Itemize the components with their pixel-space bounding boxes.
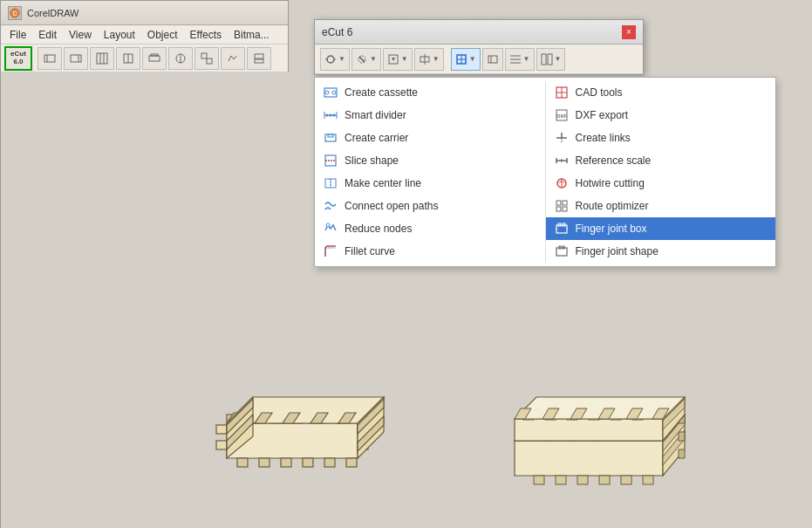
menu-finger-joint-shape[interactable]: Finger joint shape	[546, 240, 776, 263]
menu-edit[interactable]: Edit	[33, 27, 62, 43]
coreldraw-app-icon: C	[8, 6, 22, 20]
fillet-curve-label: Fillet curve	[345, 245, 395, 257]
svg-marker-127	[679, 432, 685, 441]
dropdown-arrow-8: ▼	[555, 55, 562, 63]
toolbar-btn-8[interactable]	[221, 47, 245, 70]
svg-line-24	[359, 57, 365, 62]
svg-text:C: C	[12, 10, 17, 17]
svg-marker-26	[392, 58, 395, 61]
menu-object[interactable]: Object	[142, 27, 183, 43]
cad-tools-icon	[555, 86, 569, 99]
svg-rect-90	[281, 458, 291, 467]
svg-rect-91	[303, 458, 313, 467]
menu-view[interactable]: View	[64, 27, 97, 43]
create-carrier-label: Create carrier	[345, 132, 408, 144]
dxf-export-label: DXF export	[576, 109, 629, 121]
ecut-tool-8[interactable]: ▼	[536, 48, 566, 71]
svg-rect-89	[259, 458, 270, 467]
menu-make-center-line[interactable]: Make center line	[315, 172, 545, 195]
ecut-window-title: eCut 6	[322, 26, 352, 38]
svg-rect-70	[563, 201, 567, 205]
menu-create-cassette[interactable]: Create cassette	[315, 81, 545, 104]
ecut-close-button[interactable]: ×	[622, 25, 636, 39]
ecut-tool-4[interactable]: ▼	[414, 48, 444, 71]
ecut-tool-3[interactable]: ▼	[383, 48, 413, 71]
ecut-tool-7[interactable]: ▼	[505, 48, 535, 71]
svg-rect-49	[328, 134, 333, 137]
toolbar-btn-7[interactable]	[194, 47, 219, 70]
svg-rect-2	[44, 55, 55, 62]
menu-finger-joint-box[interactable]: Finger joint box	[546, 217, 776, 240]
svg-rect-94	[216, 425, 227, 434]
cad-tools-label: CAD tools	[576, 86, 623, 99]
menu-layout[interactable]: Layout	[99, 27, 140, 43]
menu-slice-shape[interactable]: Slice shape	[315, 149, 545, 172]
dropdown-arrow-7: ▼	[523, 55, 530, 63]
svg-point-20	[327, 56, 334, 63]
create-cassette-icon	[324, 86, 338, 99]
svg-rect-95	[216, 441, 227, 449]
menu-connect-open-paths[interactable]: Connect open paths	[315, 195, 545, 217]
menu-reduce-nodes[interactable]: Reduce nodes	[315, 217, 545, 240]
svg-point-40	[325, 91, 329, 94]
toolbar-btn-5[interactable]	[142, 47, 167, 70]
svg-text:DXF: DXF	[556, 113, 567, 119]
menu-dxf-export[interactable]: DXF DXF export	[546, 104, 776, 127]
reduce-nodes-label: Reduce nodes	[345, 223, 412, 235]
svg-rect-69	[556, 201, 561, 205]
svg-point-43	[326, 114, 329, 117]
menu-cad-tools[interactable]: CAD tools	[546, 81, 776, 104]
reference-scale-label: Reference scale	[576, 154, 652, 167]
hotwire-cutting-icon	[555, 176, 569, 190]
dropdown-arrow-4: ▼	[433, 55, 440, 63]
svg-rect-15	[201, 53, 207, 58]
reduce-nodes-icon	[324, 222, 338, 236]
svg-rect-12	[151, 54, 158, 56]
menu-fillet-curve[interactable]: Fillet curve	[315, 240, 545, 263]
menu-smart-divider[interactable]: Smart divider	[315, 104, 545, 127]
svg-rect-117	[534, 476, 544, 484]
menu-route-optimizer[interactable]: Route optimizer	[546, 195, 776, 217]
svg-rect-32	[488, 56, 497, 63]
ecut-toolbar-button[interactable]: eCut 6.0	[4, 46, 32, 71]
toolbar-btn-2[interactable]	[64, 47, 88, 70]
toolbar-btn-3[interactable]	[90, 47, 114, 70]
svg-rect-17	[255, 54, 263, 58]
menu-create-carrier[interactable]: Create carrier	[315, 127, 545, 149]
slice-shape-label: Slice shape	[345, 154, 399, 167]
menu-effects[interactable]: Effects	[185, 27, 227, 43]
finger-joint-shape-icon	[555, 244, 569, 258]
menu-create-links[interactable]: Create links	[546, 127, 776, 149]
svg-rect-78	[556, 248, 567, 256]
svg-marker-128	[679, 449, 685, 458]
svg-point-41	[332, 91, 336, 94]
menu-file[interactable]: File	[4, 27, 31, 43]
svg-rect-4	[71, 55, 81, 62]
ecut-tool-2[interactable]: ▼	[351, 48, 381, 71]
ecut-tool-5[interactable]: ▼	[451, 48, 481, 71]
menu-bitmap[interactable]: Bitma...	[229, 27, 275, 43]
connect-open-paths-icon	[324, 199, 338, 213]
menu-reference-scale[interactable]: Reference scale	[546, 149, 776, 172]
svg-rect-119	[577, 476, 588, 484]
ecut-tool-1[interactable]: ▼	[320, 48, 350, 71]
menu-left-column: Create cassette Smart divider Create car…	[315, 78, 545, 266]
coreldraw-menubar: File Edit View Layout Object Effects Bit…	[1, 25, 288, 45]
finger-box-2	[497, 353, 689, 515]
create-carrier-icon	[324, 131, 338, 145]
svg-rect-121	[621, 476, 631, 484]
svg-rect-37	[542, 54, 546, 65]
dropdown-arrow-5: ▼	[469, 55, 476, 63]
toolbar-btn-1[interactable]	[38, 47, 62, 70]
toolbar-btn-4[interactable]	[116, 47, 140, 70]
connect-open-paths-label: Connect open paths	[345, 200, 438, 212]
menu-hotwire-cutting[interactable]: Hotwire cutting	[546, 172, 776, 195]
toolbar-btn-9[interactable]	[247, 47, 271, 70]
toolbar-btn-6[interactable]	[168, 47, 193, 70]
svg-rect-122	[643, 476, 653, 484]
reference-scale-icon	[555, 154, 569, 168]
menu-right-column: CAD tools DXF DXF export Create links Re…	[546, 78, 776, 266]
svg-point-45	[333, 114, 336, 117]
svg-rect-71	[556, 207, 561, 211]
ecut-tool-6[interactable]	[482, 48, 503, 71]
